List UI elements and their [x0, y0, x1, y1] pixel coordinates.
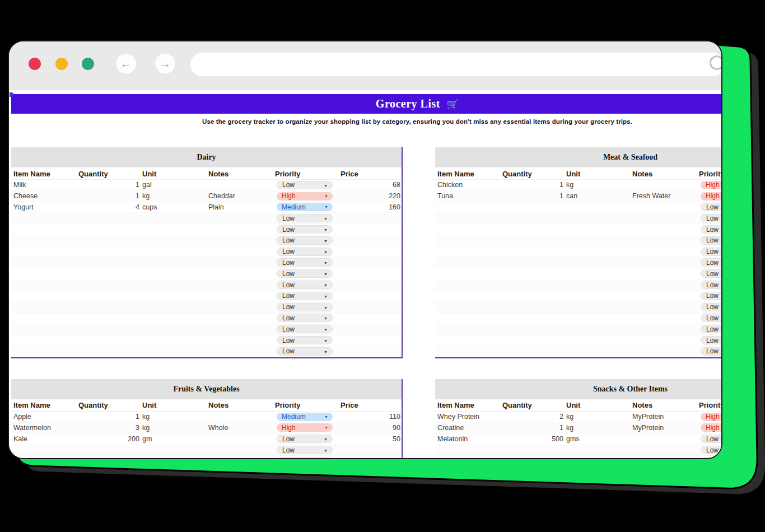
- unit-cell[interactable]: kg: [563, 413, 611, 421]
- priority-dropdown[interactable]: Low▼: [277, 336, 333, 344]
- unit-cell[interactable]: kg: [563, 424, 611, 432]
- quantity-cell[interactable]: 2: [501, 413, 563, 421]
- item-name-cell[interactable]: Tuna: [435, 192, 501, 200]
- traffic-light-zoom-button[interactable]: [82, 58, 94, 70]
- quantity-cell[interactable]: 1: [501, 181, 563, 189]
- priority-dropdown[interactable]: Low▼: [277, 248, 333, 256]
- priority-dropdown[interactable]: High▼: [701, 423, 722, 432]
- notes-cell[interactable]: MyProtein: [611, 413, 694, 421]
- priority-dropdown[interactable]: High▼: [701, 192, 722, 200]
- item-name-cell[interactable]: Kale: [11, 435, 77, 443]
- price-cell[interactable]: 50: [336, 435, 403, 443]
- priority-dropdown[interactable]: Medium▼: [277, 203, 333, 211]
- priority-dropdown[interactable]: High▼: [701, 413, 722, 421]
- priority-dropdown[interactable]: Low▼: [701, 446, 722, 454]
- price-cell[interactable]: 110: [336, 413, 403, 421]
- item-name-cell[interactable]: Cheese: [11, 192, 77, 200]
- quantity-cell[interactable]: 1: [77, 181, 139, 189]
- price-cell[interactable]: 68: [336, 181, 403, 189]
- quantity-cell[interactable]: 1: [77, 192, 139, 200]
- priority-dropdown[interactable]: Low▼: [701, 248, 722, 256]
- priority-dropdown[interactable]: Low▼: [277, 457, 333, 459]
- table-row: Low▼: [11, 246, 402, 258]
- priority-dropdown[interactable]: Low▼: [277, 435, 333, 443]
- priority-dropdown[interactable]: High▼: [277, 192, 333, 200]
- priority-dropdown[interactable]: Low▼: [277, 292, 333, 300]
- priority-dropdown[interactable]: Low▼: [701, 347, 722, 356]
- notes-cell[interactable]: MyProtein: [611, 424, 694, 432]
- priority-dropdown[interactable]: Low▼: [277, 314, 333, 322]
- notes-cell[interactable]: Fresh Water: [611, 192, 694, 200]
- unit-cell[interactable]: kg: [563, 181, 611, 189]
- priority-dropdown[interactable]: Low▼: [701, 325, 722, 333]
- unit-cell[interactable]: gal: [139, 181, 187, 189]
- priority-dropdown[interactable]: Medium▼: [277, 413, 333, 421]
- quantity-cell[interactable]: 1: [501, 424, 563, 432]
- priority-dropdown[interactable]: Low▼: [277, 347, 333, 356]
- priority-dropdown[interactable]: Low▼: [277, 236, 333, 245]
- item-name-cell[interactable]: Watermelon: [11, 424, 77, 432]
- priority-dropdown[interactable]: Low▼: [701, 314, 722, 322]
- priority-dropdown[interactable]: Low▼: [277, 446, 333, 454]
- price-cell[interactable]: 160: [336, 203, 403, 211]
- category-table: Snacks & Other Items Item NameQuantityUn…: [435, 379, 722, 459]
- priority-dropdown[interactable]: Low▼: [277, 214, 333, 222]
- priority-dropdown[interactable]: Low▼: [277, 303, 333, 311]
- item-name-cell[interactable]: Melatonin: [435, 435, 501, 443]
- quantity-cell[interactable]: 3: [77, 424, 139, 432]
- priority-dropdown[interactable]: High▼: [277, 423, 333, 432]
- priority-dropdown[interactable]: Low▼: [277, 225, 333, 234]
- quantity-cell[interactable]: 1: [77, 413, 139, 421]
- priority-dropdown[interactable]: Low▼: [277, 269, 333, 278]
- back-button[interactable]: ←: [116, 54, 136, 74]
- unit-cell[interactable]: kg: [139, 192, 187, 200]
- unit-cell[interactable]: cups: [139, 203, 187, 211]
- item-name-cell[interactable]: Whey Protein: [435, 413, 501, 421]
- unit-cell[interactable]: kg: [139, 424, 187, 432]
- quantity-cell[interactable]: 4: [77, 203, 139, 211]
- priority-dropdown[interactable]: Low▼: [701, 303, 722, 311]
- priority-dropdown[interactable]: Low▼: [701, 336, 722, 344]
- priority-dropdown[interactable]: Low▼: [701, 258, 722, 267]
- priority-dropdown[interactable]: Low▼: [277, 281, 333, 289]
- quantity-cell[interactable]: 1: [501, 192, 563, 200]
- priority-dropdown[interactable]: Low▼: [701, 292, 722, 300]
- column-header: Price: [336, 170, 403, 178]
- price-cell[interactable]: 90: [336, 424, 403, 432]
- table-row: Low▼: [435, 324, 722, 335]
- priority-dropdown[interactable]: Low▼: [701, 203, 722, 211]
- unit-cell[interactable]: kg: [139, 413, 187, 421]
- priority-dropdown[interactable]: High▼: [701, 181, 722, 189]
- url-input[interactable]: [190, 53, 722, 76]
- forward-button[interactable]: →: [155, 54, 175, 74]
- priority-cell: High▼: [694, 413, 722, 421]
- priority-dropdown[interactable]: Low▼: [701, 269, 722, 278]
- item-name-cell[interactable]: Chicken: [435, 181, 501, 189]
- priority-dropdown[interactable]: Low▼: [277, 325, 333, 333]
- item-name-cell[interactable]: Apple: [11, 413, 77, 421]
- priority-dropdown[interactable]: Low▼: [277, 181, 333, 189]
- unit-cell[interactable]: gms: [563, 435, 611, 443]
- priority-dropdown[interactable]: Low▼: [277, 258, 333, 267]
- priority-dropdown[interactable]: Low▼: [701, 281, 722, 289]
- item-name-cell[interactable]: Yogurt: [11, 203, 77, 211]
- chevron-down-icon: ▼: [324, 458, 328, 459]
- notes-cell[interactable]: Plain: [187, 203, 270, 211]
- table-title: Snacks & Other Items: [435, 379, 722, 400]
- notes-cell[interactable]: Whole: [187, 424, 270, 432]
- price-cell[interactable]: 220: [336, 192, 403, 200]
- traffic-light-minimize-button[interactable]: [55, 58, 68, 70]
- priority-dropdown[interactable]: Low▼: [701, 236, 722, 245]
- priority-dropdown[interactable]: Low▼: [701, 214, 722, 222]
- quantity-cell[interactable]: 500: [501, 435, 563, 443]
- traffic-light-close-button[interactable]: [29, 58, 41, 70]
- unit-cell[interactable]: can: [563, 192, 611, 200]
- item-name-cell[interactable]: Milk: [11, 181, 77, 189]
- notes-cell[interactable]: Cheddar: [187, 192, 270, 200]
- item-name-cell[interactable]: Creatine: [435, 424, 501, 432]
- search-icon[interactable]: [710, 55, 722, 70]
- priority-dropdown[interactable]: Low▼: [701, 435, 722, 443]
- unit-cell[interactable]: gm: [139, 435, 187, 443]
- priority-dropdown[interactable]: Low▼: [701, 225, 722, 234]
- quantity-cell[interactable]: 200: [77, 435, 139, 443]
